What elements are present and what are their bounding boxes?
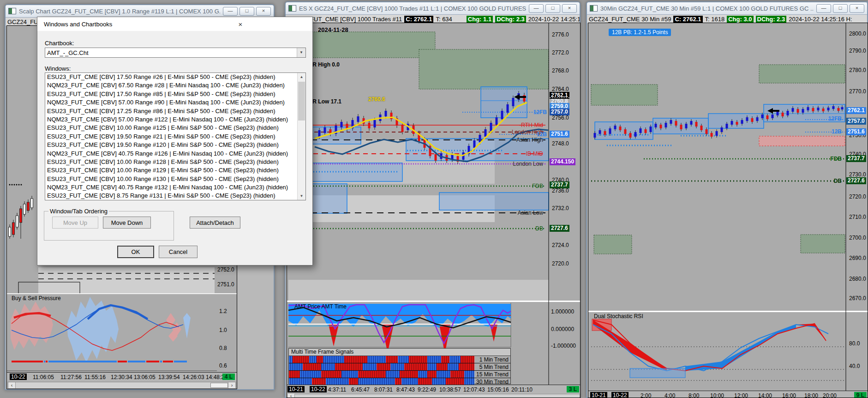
w2-or-high: OR High 0.0 [308,61,340,68]
label-ib-mid: IB-MID [526,151,543,157]
cancel-button[interactable]: Cancel [159,246,198,258]
scroll-left-icon[interactable]: ‹ [8,382,16,388]
w2-titlebar[interactable]: ES X GCZ24_FUT_CME [CBV] 1000 Trades #11… [286,2,580,15]
w1-corner-badge: 4 L [222,374,235,380]
w3-box-2737: 2737.7 [846,155,866,162]
list-item[interactable]: ESU23_FUT_CME [CBV] 17.25 Range #86 | E-… [46,107,297,115]
w3-chart-area[interactable]: 12B PB: 1.2-1.5 Points 12FB 12B FDB DB D… [588,23,868,398]
list-item[interactable]: NQM23_FUT_CME [CBV] 40.75 Range #126 | E… [46,150,297,158]
w2-trades: T: 634 [436,16,452,23]
restore-icon[interactable]: □ [833,4,848,13]
close-icon[interactable]: × [562,4,577,13]
w1-scale-1-2: 1.2 [219,308,227,314]
w1-axis-date: 10-22 [10,374,27,380]
list-item[interactable]: NQM23_FUT_CME [CBV] 67.50 Range #28 | E-… [46,81,297,90]
label-fdb: FDB [532,183,543,189]
stoch-panel-label: Dual Stochastic RSI [594,313,643,320]
balance-bands [591,65,845,254]
w2-or-low: OR Low 17.1 [308,98,341,105]
w2-chart-area[interactable]: 2024-11-28 OR High 0.0 OR Low 17.1 2760.… [287,23,581,398]
list-item[interactable]: ESU23_FUT_CME [CBV] 19.50 Range #21 | E-… [46,133,297,141]
ok-button[interactable]: OK [117,246,154,258]
label-asian-low: Asian Low [518,210,543,216]
ordering-group-label: Window/Tab Ordering [48,208,109,215]
restore-icon[interactable]: □ [239,7,254,16]
list-item[interactable]: NQM23_FUT_CME [CBV] 57.00 Range #122 | E… [46,115,297,124]
list-item[interactable]: ESU23_FUT_CME [CBV] 10.00 Range #129 | E… [46,166,297,175]
w1-candles [9,196,33,239]
w2-price-scale[interactable]: 2776.0 2772.0 2768.0 2764.0 2756.0 2748.… [549,23,581,398]
restore-icon[interactable]: □ [545,4,560,13]
w3-status-row: GCZ24_FUT_CME 30 Min #59 C: 2762.1 T: 16… [587,15,867,23]
close-icon[interactable]: × [850,4,864,13]
w2-box-2751: 2751.6 [550,131,569,138]
w2-last-price: C: 2762.1 [404,16,433,23]
w3-title: 30Min GCZ24_FUT_CME 30 Min #59 L:1 | COM… [600,5,814,12]
amt-panel-art [288,304,511,354]
move-down-button[interactable]: Move Down [103,217,151,229]
minimize-icon[interactable]: — [816,4,831,13]
minimize-icon[interactable]: — [223,7,238,16]
w3-last-price: C: 2762.1 [673,16,702,23]
pressure-signal-strip [12,361,187,362]
scroll-left-icon[interactable]: ‹ [287,394,295,398]
chartbook-combobox[interactable]: AMT_-_GC.Cht ▼ [45,48,306,58]
mtf-row-5min: 5 Min Trend [289,363,510,371]
list-item[interactable]: ESU23_FUT_CME [CBV] 8.75 Range #131 | E-… [46,192,297,200]
minimize-icon[interactable]: — [529,4,544,13]
list-item[interactable]: ESU23_FUT_CME [CBV] 17.50 Range #85 | E-… [46,90,297,98]
windows-listbox[interactable]: ESU23_FUT_CME [CBV] 17.50 Range #26 | E-… [45,72,306,200]
w2-datetime: 2024-10-22 14:25:16 [528,16,580,23]
chart-window-icon [288,5,296,12]
label-db: DB [535,225,543,232]
sell-pressure-area [11,302,53,350]
w3-box-2751: 2751.6 [846,128,866,135]
w3-pb-badge: 12B PB: 1.2-1.5 Points [609,29,671,36]
label-london-low: London Low [513,161,543,167]
scroll-up-icon[interactable]: ▲ [298,73,305,81]
attach-detach-button[interactable]: Attach/Detach [190,217,240,229]
list-item[interactable]: NQM23_FUT_CME [CBV] 57.00 Range #90 | E-… [46,98,297,107]
w3-box-2727: 2727.6 [846,177,866,184]
scroll-right-icon[interactable]: › [228,382,235,388]
w2-status-row: GCZ24_FUT_CME [CBV] 1000 Trades #11 C: 2… [286,15,580,23]
list-item[interactable]: ESU23_FUT_CME [CBV] 10.00 Range #130 | E… [46,175,297,183]
dialog-close-icon[interactable]: × [175,20,306,28]
scroll-down-icon[interactable]: ▼ [298,192,305,200]
w1-hscrollbar[interactable]: ‹ › [8,382,236,389]
list-item[interactable]: ESU23_FUT_CME [CBV] 17.50 Range #26 | E-… [46,73,297,81]
supply-band [759,136,845,146]
windows-chartbooks-dialog: Windows and Chartbooks × Chartbook: AMT_… [37,17,313,265]
w2-yellow-price: 2760.6 [368,96,385,103]
w3-price-scale[interactable]: 2800.0 2790.0 2780.0 2770.0 2750.0 2740.… [846,23,868,398]
list-item[interactable]: ESU23_FUT_CME [CBV] 10.00 Range #125 | E… [46,124,297,132]
w1-scroll-thumb[interactable] [210,383,228,388]
w3-corner-badge: 9 L [854,392,867,398]
w1-scale-1-0: 1.0 [219,327,227,333]
w2-hscrollbar[interactable]: ‹ [287,394,580,398]
label-asian-high: Asian High [516,137,543,143]
chevron-down-icon[interactable]: ▼ [297,48,305,57]
list-item[interactable]: NQM23_FUT_CME [CBV] 40.75 Range #132 | E… [46,183,297,192]
move-up-button[interactable]: Move Up [52,217,98,229]
close-icon[interactable]: × [256,7,271,16]
chartbook-label: Chartbook: [45,40,74,47]
list-vscrollbar[interactable]: ▲ ▼ [297,73,305,200]
list-item[interactable]: ESU23_FUT_CME [CBV] 10.00 Range #128 | E… [46,158,297,166]
w3-datetime: 2024-10-22 14:25:16 H: [789,16,852,23]
dialog-titlebar[interactable]: Windows and Chartbooks × [37,17,312,31]
mtf-panel-label: Multi Time Frame Signals [289,349,510,356]
list-scroll-thumb[interactable] [298,82,305,121]
w2-corner-badge: 3 L [567,386,579,392]
label-db: DB [834,178,842,184]
desktop: Scalp Chart GCZ24_FUT_CME [CBV] 1.0 Rang… [0,0,868,398]
balance-bands [288,32,549,89]
w2-time-axis: 10-21 10-22 4:37:11 6:45:47 8:07:31 8:47… [287,385,580,394]
w3-titlebar[interactable]: 30Min GCZ24_FUT_CME 30 Min #59 L:1 | COM… [587,2,867,15]
mtf-row-15min: 15 Min Trend [289,371,510,378]
mtf-row-30min: 30 Min Trend [289,378,510,385]
w1-titlebar[interactable]: Scalp Chart GCZ24_FUT_CME [CBV] 1.0 Rang… [6,5,274,18]
w2-box-2744: 2744.150 [550,158,575,165]
list-item[interactable]: ESU23_FUT_CME [CBV] 19.50 Range #120 | E… [46,141,297,149]
w3-dchg: DChg: 2.3 [756,16,787,23]
